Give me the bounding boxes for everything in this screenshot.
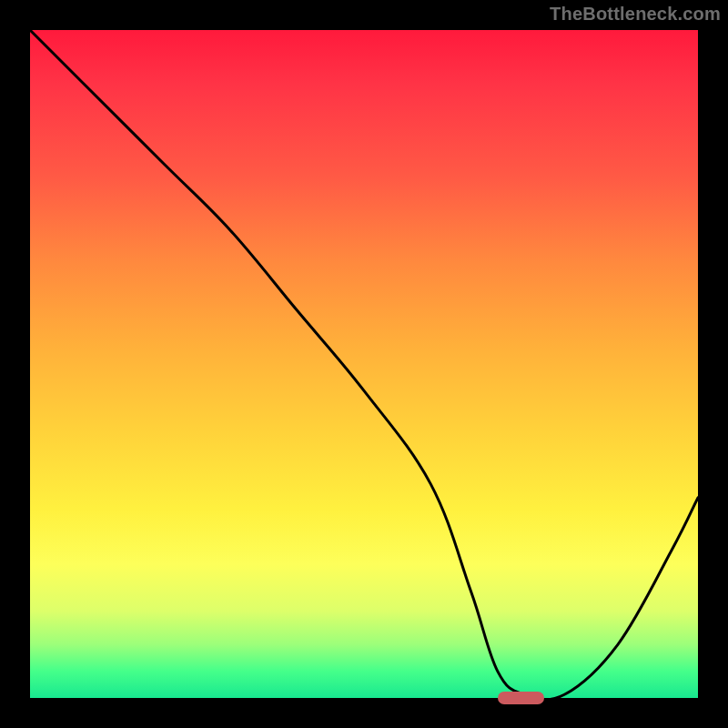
chart-frame: TheBottleneck.com xyxy=(0,0,728,728)
optimal-range-marker xyxy=(498,692,544,704)
plot-area xyxy=(30,30,698,698)
watermark-text: TheBottleneck.com xyxy=(550,4,721,25)
bottleneck-curve xyxy=(30,30,698,698)
